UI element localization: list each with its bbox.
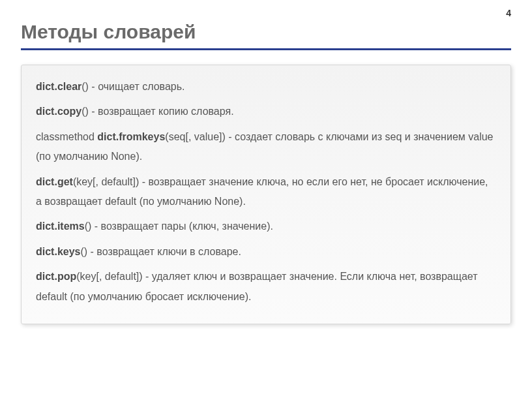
method-item: dict.copy() - возвращает копию словаря. — [36, 102, 496, 121]
method-item: dict.keys() - возвращает ключи в словаре… — [36, 242, 496, 262]
method-name: dict.keys — [36, 246, 80, 257]
method-desc: () - возвращает пары (ключ, значение). — [85, 221, 273, 232]
method-name: dict.pop — [36, 271, 76, 282]
slide-title: Методы словарей — [21, 21, 511, 43]
method-prefix: classmethod — [36, 131, 97, 142]
method-desc: (key[, default]) - возвращает значение к… — [36, 176, 488, 207]
method-desc: (key[, default]) - удаляет ключ и возвра… — [36, 271, 478, 301]
method-item: dict.get(key[, default]) - возвращает зн… — [36, 172, 496, 212]
title-rule — [21, 48, 511, 50]
method-item: dict.items() - возвращает пары (ключ, зн… — [36, 217, 496, 236]
method-item: dict.pop(key[, default]) - удаляет ключ … — [36, 267, 496, 307]
method-desc: () - возвращает копию словаря. — [81, 106, 233, 117]
method-item: classmethod dict.fromkeys(seq[, value]) … — [36, 127, 496, 167]
method-name: dict.get — [36, 176, 73, 187]
method-desc: () - возвращает ключи в словаре. — [80, 246, 241, 257]
method-name: dict.clear — [36, 81, 81, 92]
page-number: 4 — [506, 8, 511, 18]
method-name: dict.items — [36, 221, 85, 232]
method-item: dict.clear() - очищает словарь. — [36, 77, 496, 97]
content-box: dict.clear() - очищает словарь. dict.cop… — [21, 65, 511, 324]
method-desc: () - очищает словарь. — [81, 81, 185, 92]
method-name: dict.fromkeys — [97, 131, 165, 142]
method-name: dict.copy — [36, 106, 81, 117]
